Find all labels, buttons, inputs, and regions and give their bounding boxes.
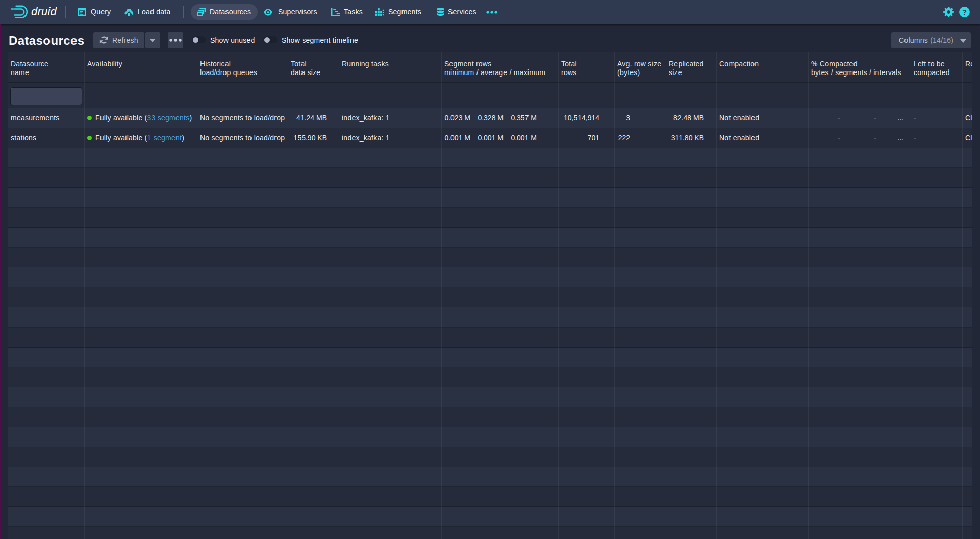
svg-text:?: ? <box>962 8 967 16</box>
